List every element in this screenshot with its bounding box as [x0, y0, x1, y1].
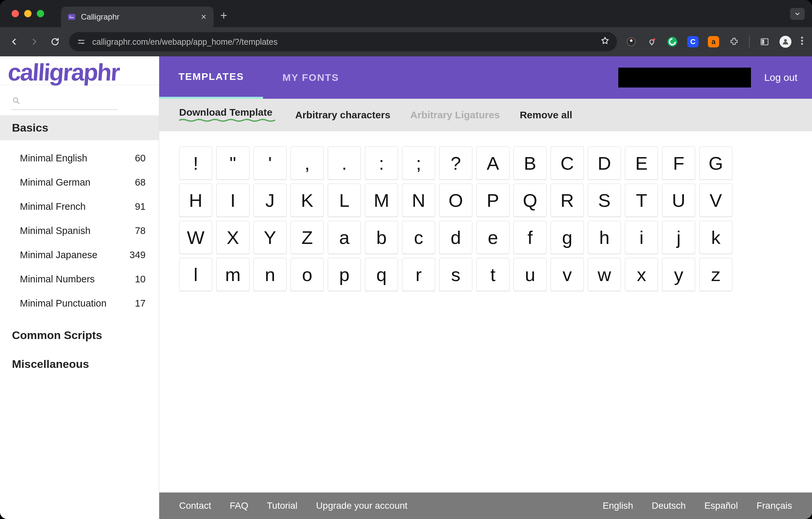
footer-link[interactable]: Upgrade your account [316, 500, 408, 511]
window-minimize-icon[interactable] [24, 10, 31, 17]
sidebar-search-input[interactable] [11, 94, 117, 110]
character-cell[interactable]: H [179, 184, 212, 217]
character-cell[interactable]: I [216, 184, 250, 217]
extension-icon[interactable] [667, 36, 678, 48]
bookmark-star-icon[interactable] [600, 36, 610, 48]
character-cell[interactable]: i [625, 221, 658, 254]
character-cell[interactable]: O [439, 184, 472, 217]
forward-icon[interactable] [29, 36, 40, 47]
address-bar[interactable]: calligraphr.com/en/webapp/app_home/?/tem… [69, 32, 617, 51]
character-cell[interactable]: s [439, 258, 472, 291]
footer-language-link[interactable]: English [603, 500, 633, 511]
extension-icon[interactable]: C [687, 36, 699, 48]
character-cell[interactable]: X [216, 221, 250, 254]
character-cell[interactable]: " [216, 147, 250, 180]
back-icon[interactable] [9, 36, 19, 47]
character-cell[interactable]: q [365, 258, 398, 291]
character-cell[interactable]: z [699, 258, 732, 291]
brand-logo[interactable]: calligraphr [0, 56, 159, 85]
character-cell[interactable]: N [402, 184, 435, 217]
character-cell[interactable]: y [662, 258, 695, 291]
character-cell[interactable]: D [588, 147, 621, 180]
character-cell[interactable]: l [179, 258, 212, 291]
character-cell[interactable]: h [588, 221, 621, 254]
character-cell[interactable]: S [588, 184, 621, 217]
profile-avatar-icon[interactable] [780, 36, 791, 48]
sidebar-group-basics[interactable]: Basics [0, 115, 159, 140]
character-cell[interactable]: V [699, 184, 732, 217]
character-cell[interactable]: F [662, 147, 695, 180]
browser-tab[interactable]: Calligraphr × [61, 7, 213, 27]
arbitrary-ligatures-button[interactable]: Arbitrary Ligatures [410, 110, 500, 121]
character-cell[interactable]: : [365, 147, 398, 180]
character-cell[interactable]: A [476, 147, 510, 180]
character-cell[interactable]: T [625, 184, 658, 217]
character-cell[interactable]: k [699, 221, 732, 254]
footer-language-link[interactable]: Français [757, 500, 792, 511]
character-cell[interactable]: v [551, 258, 584, 291]
character-cell[interactable]: C [551, 147, 584, 180]
footer-language-link[interactable]: Deutsch [652, 500, 686, 511]
character-cell[interactable]: U [662, 184, 695, 217]
character-cell[interactable]: . [328, 147, 361, 180]
character-cell[interactable]: d [439, 221, 472, 254]
footer-link[interactable]: FAQ [230, 500, 249, 511]
reload-icon[interactable] [50, 36, 60, 47]
character-cell[interactable]: ; [402, 147, 435, 180]
site-settings-icon[interactable] [76, 37, 86, 47]
character-cell[interactable]: e [476, 221, 510, 254]
character-cell[interactable]: R [551, 184, 584, 217]
character-cell[interactable]: p [328, 258, 361, 291]
footer-language-link[interactable]: Español [704, 500, 738, 511]
character-cell[interactable]: n [254, 258, 287, 291]
character-cell[interactable]: E [625, 147, 658, 180]
tab-templates[interactable]: TEMPLATES [159, 56, 263, 99]
character-cell[interactable]: ! [179, 147, 212, 180]
tabbar-chevron-icon[interactable] [790, 8, 805, 20]
footer-link[interactable]: Tutorial [267, 500, 297, 511]
sidebar-item[interactable]: Minimal Spanish78 [0, 219, 159, 243]
download-template-button[interactable]: Download Template [179, 107, 275, 123]
window-close-icon[interactable] [11, 10, 19, 17]
character-cell[interactable]: x [625, 258, 658, 291]
character-cell[interactable]: W [179, 221, 212, 254]
sidebar-item[interactable]: Minimal English60 [0, 146, 159, 170]
sidebar-item[interactable]: Minimal Japanese349 [0, 243, 159, 267]
extensions-menu-icon[interactable] [728, 36, 740, 48]
tab-my-fonts[interactable]: MY FONTS [263, 56, 358, 99]
character-cell[interactable]: t [476, 258, 510, 291]
footer-link[interactable]: Contact [179, 500, 211, 511]
extension-icon[interactable] [626, 36, 637, 48]
character-cell[interactable]: g [551, 221, 584, 254]
character-cell[interactable]: m [216, 258, 250, 291]
character-cell[interactable]: P [476, 184, 510, 217]
character-cell[interactable]: b [365, 221, 398, 254]
new-tab-button[interactable]: + [220, 9, 227, 23]
character-cell[interactable]: , [291, 147, 324, 180]
sidebar-item[interactable]: Minimal French91 [0, 194, 159, 219]
remove-all-button[interactable]: Remove all [520, 110, 572, 121]
arbitrary-characters-button[interactable]: Arbitrary characters [295, 110, 390, 121]
logout-link[interactable]: Log out [764, 72, 798, 83]
character-cell[interactable]: r [402, 258, 435, 291]
character-cell[interactable]: ? [439, 147, 472, 180]
character-cell[interactable]: o [291, 258, 324, 291]
character-cell[interactable]: a [328, 221, 361, 254]
character-cell[interactable]: J [254, 184, 287, 217]
character-cell[interactable]: M [365, 184, 398, 217]
character-cell[interactable]: L [328, 184, 361, 217]
side-panel-icon[interactable] [759, 36, 770, 48]
character-cell[interactable]: Y [254, 221, 287, 254]
character-cell[interactable]: K [291, 184, 324, 217]
character-cell[interactable]: c [402, 221, 435, 254]
sidebar-item[interactable]: Minimal Punctuation17 [0, 291, 159, 315]
tab-close-icon[interactable]: × [201, 12, 206, 22]
character-cell[interactable]: j [662, 221, 695, 254]
sidebar-group-miscellaneous[interactable]: Miscellaneous [0, 348, 159, 376]
character-cell[interactable]: G [699, 147, 732, 180]
character-cell[interactable]: ' [254, 147, 287, 180]
character-cell[interactable]: f [514, 221, 547, 254]
character-cell[interactable]: w [588, 258, 621, 291]
window-zoom-icon[interactable] [37, 10, 44, 17]
character-cell[interactable]: u [514, 258, 547, 291]
